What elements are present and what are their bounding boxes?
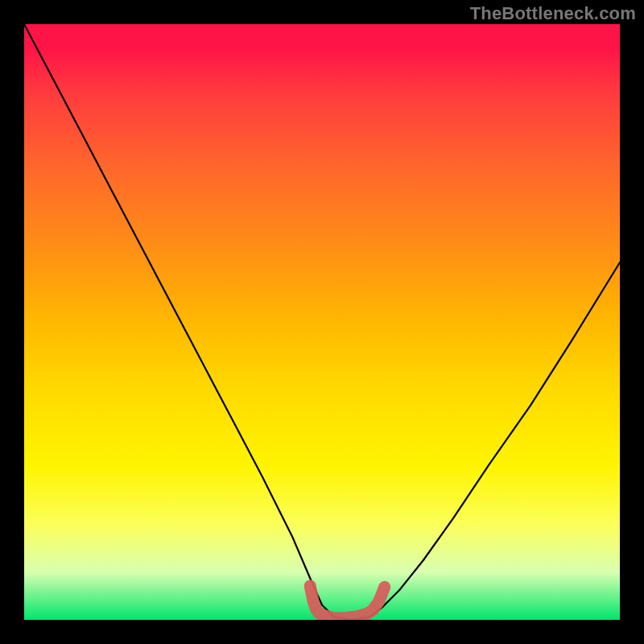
- bottleneck-curve: [24, 24, 620, 620]
- chart-frame: TheBottleneck.com: [0, 0, 644, 644]
- plot-area: [24, 24, 620, 620]
- watermark-text: TheBottleneck.com: [470, 3, 636, 24]
- chart-svg: [24, 24, 620, 620]
